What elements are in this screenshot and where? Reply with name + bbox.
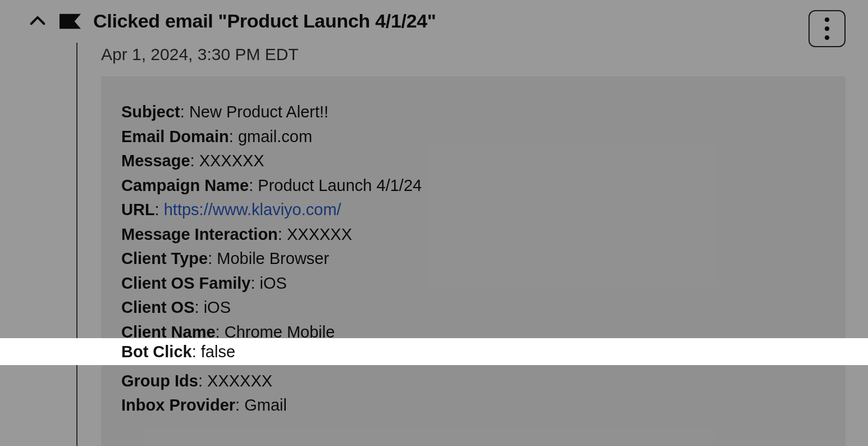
detail-row: Message: XXXXXX	[121, 149, 825, 174]
detail-label: Inbox Provider	[121, 396, 235, 414]
event-header: Clicked email "Product Launch 4/1/24"	[0, 10, 868, 32]
detail-value: Gmail	[244, 396, 287, 414]
detail-link[interactable]: https://www.klaviyo.com/	[164, 201, 341, 219]
detail-row: Client Type: Mobile Browser	[121, 247, 825, 271]
detail-row: Inbox Provider: Gmail	[121, 393, 825, 418]
timeline-rule	[76, 43, 77, 446]
highlight-value: false	[201, 343, 235, 361]
more-actions-button[interactable]	[808, 10, 846, 47]
detail-label: Message	[121, 152, 190, 170]
detail-label: Email Domain	[121, 128, 229, 145]
detail-row: Message Interaction: XXXXXX	[121, 222, 825, 247]
detail-label: Client Type	[121, 249, 208, 267]
detail-row: Email Domain: gmail.com	[121, 125, 825, 149]
detail-label: Subject	[121, 103, 180, 121]
event-title: Clicked email "Product Launch 4/1/24"	[93, 10, 436, 32]
detail-label: Client OS Family	[121, 274, 250, 292]
flag-icon	[60, 13, 81, 29]
event-details-card: Subject: New Product Alert!!Email Domain…	[101, 76, 846, 446]
detail-row: Client OS Family: iOS	[121, 271, 825, 296]
detail-value: XXXXXX	[199, 152, 264, 170]
highlight-label: Bot Click	[121, 343, 192, 361]
detail-label: Client OS	[121, 298, 195, 316]
collapse-chevron-icon[interactable]	[28, 12, 47, 31]
highlight-band: Bot Click: false	[0, 338, 868, 365]
detail-value: XXXXXX	[207, 372, 272, 390]
event-timestamp: Apr 1, 2024, 3:30 PM EDT	[101, 45, 299, 64]
detail-value: Mobile Browser	[217, 249, 329, 267]
detail-label: Group Ids	[121, 372, 198, 390]
detail-row: Group Ids: XXXXXX	[121, 369, 825, 394]
detail-value: XXXXXX	[287, 225, 352, 243]
highlight-row: Bot Click: false	[0, 343, 235, 361]
kebab-icon	[825, 17, 829, 40]
detail-label: Campaign Name	[121, 176, 249, 194]
detail-label: Message Interaction	[121, 225, 278, 243]
detail-row: Client OS: iOS	[121, 295, 825, 320]
detail-value: Product Launch 4/1/24	[258, 176, 422, 194]
event-detail-page: Clicked email "Product Launch 4/1/24" Ap…	[0, 0, 868, 446]
detail-value: iOS	[204, 298, 231, 316]
detail-row: Campaign Name: Product Launch 4/1/24	[121, 174, 825, 198]
detail-row: Subject: New Product Alert!!	[121, 100, 825, 125]
detail-value: iOS	[260, 274, 287, 292]
detail-value: New Product Alert!!	[189, 103, 328, 121]
detail-row: URL: https://www.klaviyo.com/	[121, 198, 825, 222]
detail-label: URL	[121, 201, 155, 219]
detail-value: gmail.com	[238, 128, 312, 145]
